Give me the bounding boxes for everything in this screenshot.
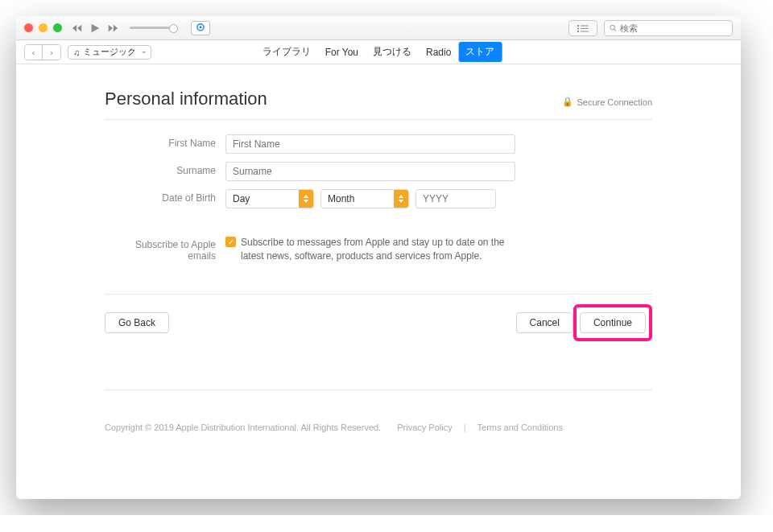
tab-library[interactable]: ライブラリ (255, 42, 318, 62)
subscribe-checkbox-row: ✓ Subscribe to messages from Apple and s… (225, 236, 515, 263)
first-name-label: First Name (105, 134, 225, 149)
copyright: Copyright © 2019 Apple Distribution Inte… (105, 423, 381, 432)
itunes-window: ‹ › ♫ ミュージック ライブラリ For You 見つける Radio スト… (16, 16, 741, 499)
cancel-button[interactable]: Cancel (516, 312, 573, 333)
airplay-button[interactable] (191, 21, 210, 35)
terms-link[interactable]: Terms and Conditions (477, 423, 563, 432)
tab-browse[interactable]: 見つける (366, 42, 419, 62)
nav-buttons: ‹ › (24, 44, 61, 60)
svg-rect-2 (577, 25, 579, 27)
lock-icon: 🔒 (562, 97, 573, 107)
month-value: Month (328, 193, 354, 204)
search-box[interactable] (604, 20, 733, 36)
tab-store[interactable]: ストア (458, 42, 502, 62)
month-select[interactable]: Month (320, 189, 409, 208)
page-title: Personal information (105, 89, 267, 109)
next-track-icon[interactable] (107, 23, 118, 34)
subscribe-label: Subscribe to Apple emails (105, 236, 225, 262)
row-dob: Date of Birth Day Month (105, 189, 652, 208)
volume-slider[interactable] (130, 27, 178, 29)
tabs: ライブラリ For You 見つける Radio ストア (255, 42, 502, 62)
subscribe-text: Subscribe to messages from Apple and sta… (241, 236, 515, 263)
row-subscribe: Subscribe to Apple emails ✓ Subscribe to… (105, 236, 652, 263)
divider (105, 294, 652, 295)
subscribe-checkbox[interactable]: ✓ (225, 237, 236, 247)
tab-for-you[interactable]: For You (318, 43, 366, 61)
surname-label: Surname (105, 162, 225, 176)
surname-input[interactable] (225, 162, 515, 181)
titlebar-right (568, 20, 733, 36)
row-surname: Surname (105, 162, 652, 181)
svg-rect-6 (577, 31, 579, 32)
maximize-button[interactable] (53, 23, 62, 32)
year-input[interactable] (415, 189, 496, 208)
svg-point-1 (199, 26, 201, 28)
chevron-updown-icon (394, 190, 408, 208)
close-button[interactable] (24, 23, 33, 32)
toolbar: ‹ › ♫ ミュージック ライブラリ For You 見つける Radio スト… (16, 40, 741, 64)
svg-line-9 (614, 29, 616, 31)
row-first-name: First Name (105, 134, 652, 154)
window-controls (24, 23, 62, 32)
separator: | (464, 423, 466, 432)
music-note-icon: ♫ (73, 47, 80, 57)
playback-controls (72, 21, 210, 35)
media-selector-label: ミュージック (83, 46, 136, 58)
previous-track-icon[interactable] (72, 23, 83, 34)
list-view-button[interactable] (568, 20, 597, 36)
svg-rect-4 (577, 27, 579, 29)
footer: Copyright © 2019 Apple Distribution Inte… (105, 390, 652, 448)
titlebar (16, 16, 741, 40)
search-icon (610, 24, 617, 32)
first-name-input[interactable] (225, 134, 515, 154)
airplay-icon (195, 23, 206, 34)
chevron-updown-icon (299, 190, 313, 208)
secure-connection: 🔒 Secure Connection (562, 97, 652, 107)
svg-rect-3 (581, 25, 589, 26)
content: Personal information 🔒 Secure Connection… (16, 64, 741, 499)
play-icon[interactable] (89, 23, 101, 34)
media-selector[interactable]: ♫ ミュージック (68, 45, 151, 60)
back-button[interactable]: ‹ (25, 45, 43, 60)
secure-text: Secure Connection (577, 97, 652, 107)
svg-rect-5 (581, 28, 589, 29)
svg-rect-7 (581, 31, 589, 31)
button-row: Go Back Cancel Continue (105, 304, 652, 341)
header-row: Personal information 🔒 Secure Connection (105, 89, 652, 120)
forward-button[interactable]: › (43, 45, 60, 60)
list-icon (577, 24, 589, 32)
tab-radio[interactable]: Radio (419, 43, 458, 61)
minimize-button[interactable] (39, 23, 48, 32)
go-back-button[interactable]: Go Back (105, 312, 169, 333)
day-value: Day (233, 193, 250, 204)
continue-highlight: Continue (573, 304, 652, 341)
day-select[interactable]: Day (225, 189, 314, 208)
continue-button[interactable]: Continue (580, 312, 646, 333)
dob-label: Date of Birth (105, 189, 225, 204)
privacy-link[interactable]: Privacy Policy (397, 423, 452, 432)
svg-point-8 (610, 25, 614, 29)
search-input[interactable] (620, 23, 727, 33)
